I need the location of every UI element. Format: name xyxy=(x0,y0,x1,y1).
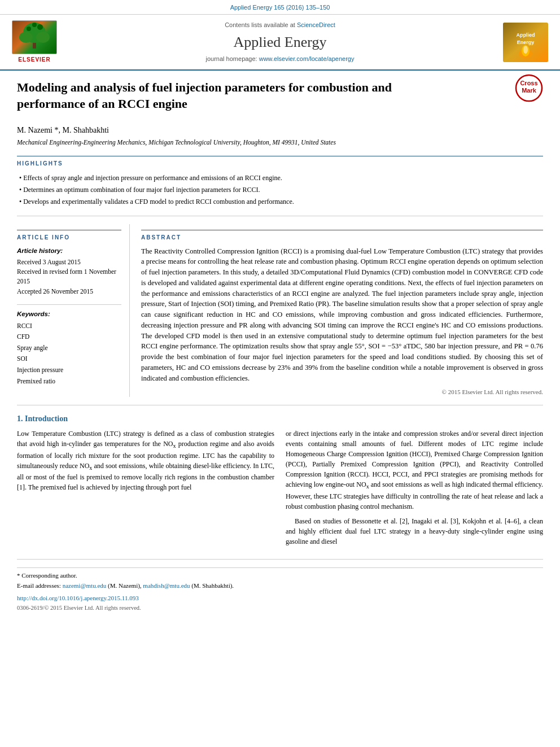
divider xyxy=(17,216,543,216)
info-divider xyxy=(17,304,121,305)
crossmark-icon: Cross Mark xyxy=(515,74,543,102)
article-info-abstract: ARTICLE INFO Article history: Received 3… xyxy=(17,224,543,397)
elsevier-tree-icon xyxy=(15,20,54,51)
keyword-item: Spray angle xyxy=(17,343,121,354)
intro-p3: Based on studies of Bessonette et al. [2… xyxy=(286,516,543,547)
svg-point-13 xyxy=(523,46,528,54)
copyright-line: © 2015 Elsevier Ltd. All rights reserved… xyxy=(141,388,543,396)
intro-p2: or direct injections early in the intake… xyxy=(286,429,543,511)
email2-link[interactable]: mahdish@mtu.edu xyxy=(143,582,190,589)
page-wrapper: Applied Energy 165 (2016) 135–150 xyxy=(0,0,560,623)
affiliation: Mechanical Engineering-Engineering Mecha… xyxy=(17,138,543,147)
keywords-label: Keywords: xyxy=(17,309,121,318)
elsevier-label: ELSEVIER xyxy=(18,56,50,64)
revised-text: Received in revised form 1 November 2015 xyxy=(17,267,121,287)
journal-title: Applied Energy xyxy=(65,32,495,53)
doi-line: http://dx.doi.org/10.1016/j.apenergy.201… xyxy=(17,594,543,602)
intro-p1: Low Temperature Combustion (LTC) strateg… xyxy=(17,429,274,492)
abstract-col: ABSTRACT The Reactivity Controlled Compr… xyxy=(141,224,543,397)
svg-text:Energy: Energy xyxy=(517,40,535,45)
section-divider xyxy=(17,405,543,405)
svg-point-6 xyxy=(37,24,43,30)
history-label: Article history: xyxy=(17,246,121,255)
homepage-link[interactable]: www.elsevier.com/locate/apenergy xyxy=(259,55,355,62)
keyword-item: Premixed ratio xyxy=(17,376,121,387)
article-content: Modeling and analysis of fuel injection … xyxy=(0,71,560,623)
intro-body: Low Temperature Combustion (LTC) strateg… xyxy=(17,429,543,551)
received-text: Received 3 August 2015 xyxy=(17,257,121,267)
keywords-list: RCCI CFD Spray angle SOI Injection press… xyxy=(17,321,121,387)
highlights-header: HIGHLIGHTS xyxy=(17,156,543,168)
footnotes: * Corresponding author. E-mail addresses… xyxy=(17,567,543,613)
doi-link[interactable]: http://dx.doi.org/10.1016/j.apenergy.201… xyxy=(17,595,139,601)
article-info-header: ARTICLE INFO xyxy=(17,230,121,242)
authors: M. Nazemi *, M. Shahbakhti xyxy=(17,125,543,136)
ae-logo-svg: Applied Energy xyxy=(503,23,548,62)
svg-text:Applied: Applied xyxy=(517,32,535,38)
intro-section-title: 1. Introduction xyxy=(17,413,543,425)
applied-energy-logo: Applied Energy xyxy=(503,23,548,62)
intro-col-left: Low Temperature Combustion (LTC) strateg… xyxy=(17,429,274,551)
article-title: Modeling and analysis of fuel injection … xyxy=(17,80,457,112)
email-note: E-mail addresses: nazemi@mtu.edu (M. Naz… xyxy=(17,582,543,590)
keyword-item: SOI xyxy=(17,353,121,365)
issn-line: 0306-2619/© 2015 Elsevier Ltd. All right… xyxy=(17,604,543,613)
highlight-item: Determines an optimum combination of fou… xyxy=(19,184,543,196)
highlight-item: Effects of spray angle and injection pre… xyxy=(19,172,543,184)
keyword-item: CFD xyxy=(17,331,121,343)
keyword-item: RCCI xyxy=(17,321,121,332)
sciencedirect-line: Contents lists available at ScienceDirec… xyxy=(65,21,495,29)
elsevier-logo-image xyxy=(12,20,57,54)
elsevier-logo-box: ELSEVIER xyxy=(9,20,60,64)
applied-energy-logo-box: Applied Energy xyxy=(500,23,551,62)
abstract-text: The Reactivity Controlled Compression Ig… xyxy=(141,246,543,384)
email1-link[interactable]: nazemi@mtu.edu xyxy=(63,582,107,589)
svg-point-3 xyxy=(19,32,33,43)
top-bar: Applied Energy 165 (2016) 135–150 xyxy=(0,0,560,15)
introduction-section: 1. Introduction Low Temperature Combusti… xyxy=(17,413,543,551)
svg-point-5 xyxy=(27,27,31,31)
svg-point-7 xyxy=(32,23,37,27)
abstract-header: ABSTRACT xyxy=(141,230,543,242)
accepted-text: Accepted 26 November 2015 xyxy=(17,287,121,296)
homepage-line: journal homepage: www.elsevier.com/locat… xyxy=(65,55,495,63)
keyword-item: Injection pressure xyxy=(17,365,121,376)
svg-text:Mark: Mark xyxy=(522,87,537,94)
journal-header: ELSEVIER Contents lists available at Sci… xyxy=(0,15,560,71)
article-history-group: Article history: Received 3 August 2015 … xyxy=(17,246,121,296)
crossmark-box: Cross Mark xyxy=(515,74,543,105)
article-info-col: ARTICLE INFO Article history: Received 3… xyxy=(17,224,130,397)
journal-volume-info: Applied Energy 165 (2016) 135–150 xyxy=(230,4,330,11)
svg-text:Cross: Cross xyxy=(520,80,537,86)
journal-center: Contents lists available at ScienceDirec… xyxy=(65,21,495,63)
highlight-item: Develops and experimentally validates a … xyxy=(19,196,543,208)
intro-col-right: or direct injections early in the intake… xyxy=(286,429,543,551)
keywords-group: Keywords: RCCI CFD Spray angle SOI Injec… xyxy=(17,309,121,387)
svg-point-4 xyxy=(36,32,50,43)
highlights-list: Effects of spray angle and injection pre… xyxy=(17,172,543,207)
sciencedirect-link[interactable]: ScienceDirect xyxy=(297,21,335,28)
corresponding-author-note: * Corresponding author. xyxy=(17,571,543,580)
footnote-divider xyxy=(17,559,543,560)
